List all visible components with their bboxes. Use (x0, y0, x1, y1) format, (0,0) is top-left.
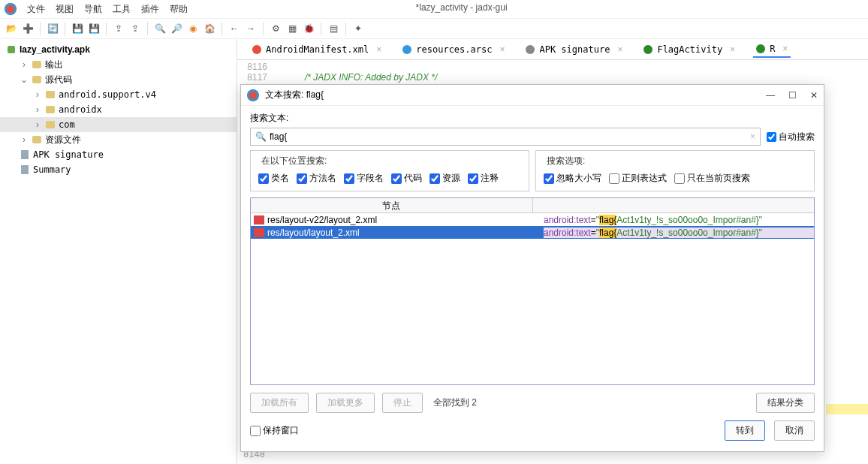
back-icon[interactable]: ← (228, 22, 241, 35)
forward-icon[interactable]: → (244, 22, 258, 35)
home-icon[interactable]: 🏠 (203, 22, 216, 35)
auto-search-checkbox[interactable]: 自动搜索 (767, 131, 815, 143)
tree-output[interactable]: › 输出 (0, 57, 237, 72)
cb-code[interactable]: 代码 (391, 172, 422, 185)
search-input-wrapper: 🔍 × (250, 128, 761, 146)
cb-class[interactable]: 类名 (258, 172, 289, 185)
project-tree[interactable]: lazy_activity.apk › 输出 ⌄ 源代码 › android.s… (0, 39, 237, 464)
col-code[interactable] (533, 198, 815, 212)
add-icon[interactable]: ➕ (21, 22, 35, 35)
tree-root[interactable]: lazy_activity.apk (0, 42, 237, 57)
find-icon[interactable]: 🔎 (170, 22, 183, 35)
close-icon[interactable]: × (730, 44, 735, 55)
menu-tools[interactable]: 工具 (113, 3, 131, 16)
chevron-right-icon[interactable]: › (33, 104, 42, 115)
open-icon[interactable]: 📂 (5, 22, 18, 35)
tab-label: APK signature (539, 44, 610, 55)
menu-help[interactable]: 帮助 (170, 3, 188, 16)
box-icon[interactable]: ▦ (285, 22, 299, 35)
tab-manifest[interactable]: AndroidManifest.xml× (249, 42, 384, 57)
tab-flagactivity[interactable]: FlagActivity× (640, 42, 738, 57)
minimize-icon[interactable]: — (766, 90, 775, 101)
export-icon[interactable]: ⇪ (112, 22, 125, 35)
chevron-right-icon[interactable]: › (33, 89, 42, 100)
export2-icon[interactable]: ⇪ (128, 22, 142, 35)
match-rest: Act1v1ty_!s_so00oo0o_Impor#an#} (616, 215, 758, 225)
tree-pkg3[interactable]: › com (0, 117, 237, 132)
tab-label: R (770, 44, 775, 54)
saveall-icon[interactable]: 💾 (87, 22, 101, 35)
clear-icon[interactable]: × (750, 131, 755, 142)
chevron-right-icon[interactable]: › (20, 134, 29, 145)
save-icon[interactable]: 💾 (71, 22, 84, 35)
cb-method[interactable]: 方法名 (297, 172, 336, 185)
stop-button[interactable]: 停止 (382, 393, 423, 413)
dialog-footer: 保持窗口 转到 取消 (241, 420, 824, 450)
list-icon[interactable]: ▤ (327, 22, 340, 35)
close-icon[interactable]: × (782, 44, 788, 54)
results-footer: 加载所有 加载更多 停止 全部找到 2 结果分类 (250, 393, 815, 413)
results-table[interactable]: 节点 res/layout-v22/layout_2.xml android:t… (250, 197, 815, 385)
tree-label: 资源文件 (45, 134, 81, 146)
load-more-button[interactable]: 加载更多 (316, 393, 375, 413)
result-row[interactable]: res/layout-v22/layout_2.xml android:text… (251, 213, 814, 226)
maximize-icon[interactable]: ☐ (788, 90, 797, 101)
close-icon[interactable]: ✕ (810, 90, 818, 101)
attr-name: android:text (544, 215, 591, 225)
refresh-icon[interactable]: 🔄 (46, 22, 59, 35)
tree-pkg1[interactable]: › android.support.v4 (0, 87, 237, 102)
tab-label: FlagActivity (657, 44, 722, 55)
menu-view[interactable]: 视图 (56, 3, 74, 16)
close-icon[interactable]: × (376, 44, 381, 55)
match-highlight: flag{ (599, 227, 616, 238)
cb-regex[interactable]: 正则表达式 (609, 172, 667, 185)
globe-icon[interactable]: ◉ (186, 22, 200, 35)
close-icon[interactable]: × (617, 44, 622, 55)
cb-current[interactable]: 只在当前页搜索 (674, 172, 750, 185)
cb-comment[interactable]: 注释 (468, 172, 499, 185)
sig-icon (526, 45, 535, 54)
class-icon (643, 45, 653, 54)
fieldset-title: 在以下位置搜索: (258, 155, 330, 167)
chevron-right-icon[interactable]: › (20, 59, 29, 70)
line-number: 8116 (240, 62, 267, 72)
keep-window-checkbox[interactable]: 保持窗口 (250, 424, 299, 437)
apk-icon (8, 46, 15, 53)
menu-nav[interactable]: 导航 (84, 3, 102, 16)
result-row-selected[interactable]: res/layout/layout_2.xml android:text="fl… (251, 226, 814, 239)
folder-icon (32, 136, 41, 143)
gear-icon[interactable]: ⚙ (269, 22, 282, 35)
cb-field[interactable]: 字段名 (344, 172, 384, 185)
bug-icon[interactable]: 🐞 (302, 22, 315, 35)
goto-button[interactable]: 转到 (725, 420, 765, 441)
cb-resource[interactable]: 资源 (429, 172, 460, 185)
dialog-titlebar[interactable]: 文本搜索: flag{ — ☐ ✕ (241, 85, 824, 106)
col-node[interactable]: 节点 (251, 198, 533, 212)
tree-pkg2[interactable]: › androidx (0, 102, 237, 117)
chevron-down-icon[interactable]: ⌄ (20, 74, 29, 85)
tab-apksig[interactable]: APK signature× (523, 42, 625, 57)
toolbar: 📂 ➕ 🔄 💾 💾 ⇪ ⇪ 🔍 🔎 ◉ 🏠 ← → ⚙ ▦ 🐞 ▤ ✦ (0, 18, 868, 39)
tab-resources[interactable]: resources.arsc× (399, 42, 508, 57)
chevron-right-icon[interactable]: › (33, 119, 42, 130)
load-all-button[interactable]: 加载所有 (250, 393, 309, 413)
search-icon[interactable]: 🔍 (153, 22, 167, 35)
file-icon (21, 150, 29, 159)
menu-file[interactable]: 文件 (27, 3, 45, 16)
tree-label: APK signature (33, 149, 104, 160)
fieldset-title: 搜索选项: (544, 155, 588, 167)
tab-r[interactable]: R× (753, 41, 791, 58)
tree-source[interactable]: ⌄ 源代码 (0, 72, 237, 87)
close-icon[interactable]: × (499, 44, 505, 55)
cb-ignorecase[interactable]: 忽略大小写 (544, 172, 601, 185)
search-input[interactable] (270, 131, 747, 142)
cancel-button[interactable]: 取消 (774, 420, 815, 441)
tree-resources[interactable]: › 资源文件 (0, 132, 237, 147)
app-logo-icon (5, 3, 17, 15)
checkbox[interactable] (767, 132, 776, 142)
tree-summary[interactable]: Summary (0, 162, 237, 177)
tree-apksig[interactable]: APK signature (0, 147, 237, 162)
menu-plugins[interactable]: 插件 (141, 3, 159, 16)
wand-icon[interactable]: ✦ (351, 22, 365, 35)
classify-button[interactable]: 结果分类 (756, 393, 815, 413)
